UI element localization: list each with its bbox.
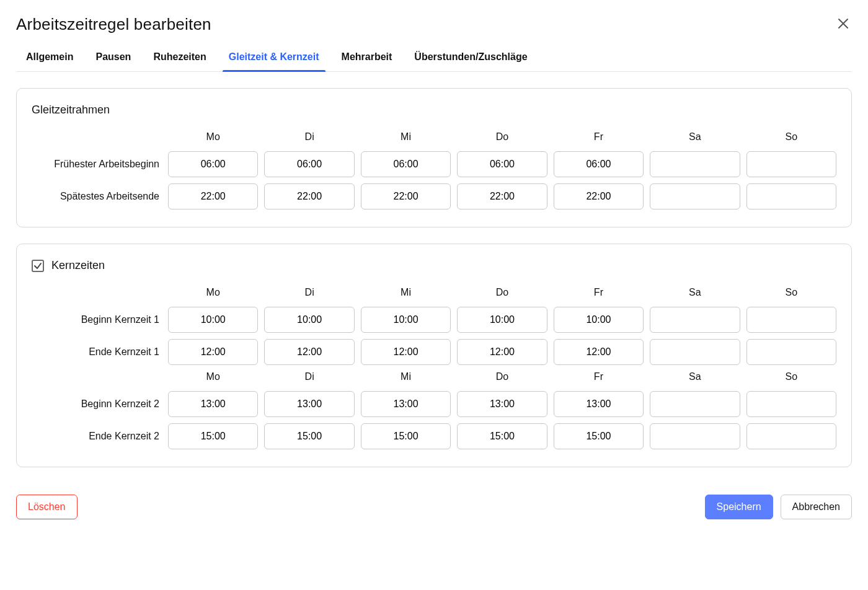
day-header: Di [264,131,354,145]
label-k2-end: Ende Kernzeit 2 [32,431,162,442]
close-icon [837,17,849,30]
day-header: Mi [361,287,451,301]
card-title-kernzeiten: Kernzeiten [51,259,105,272]
label-earliest-start: Frühester Arbeitsbeginn [32,159,162,170]
day-header: So [746,131,836,145]
label-k2-start: Beginn Kernzeit 2 [32,398,162,410]
k1-end-input[interactable] [650,339,740,365]
latest-end-input[interactable] [457,183,547,209]
k2-start-input[interactable] [168,391,258,417]
k1-start-input[interactable] [457,307,547,333]
day-header: Mo [168,371,258,385]
day-header: Do [457,287,547,301]
save-button[interactable]: Speichern [705,495,773,519]
earliest-start-input[interactable] [457,151,547,177]
tab-pausen[interactable]: Pausen [95,51,131,71]
day-header: So [746,371,836,385]
latest-end-input[interactable] [168,183,258,209]
k1-end-input[interactable] [264,339,354,365]
day-header: Fr [554,371,644,385]
label-latest-end: Spätestes Arbeitsende [32,191,162,202]
day-header: Mi [361,371,451,385]
k1-start-input[interactable] [554,307,644,333]
latest-end-input[interactable] [361,183,451,209]
day-header: Sa [650,371,740,385]
k2-end-input[interactable] [650,423,740,449]
k2-end-input[interactable] [457,423,547,449]
cancel-button[interactable]: Abbrechen [781,495,852,519]
day-header: Di [264,371,354,385]
tab-gleitzeit-kernzeit[interactable]: Gleitzeit & Kernzeit [229,51,319,71]
k1-start-input[interactable] [264,307,354,333]
day-header: Mo [168,131,258,145]
earliest-start-input[interactable] [168,151,258,177]
label-k1-end: Ende Kernzeit 1 [32,346,162,358]
k2-start-input[interactable] [264,391,354,417]
card-title-gleitzeit: Gleitzeitrahmen [32,103,110,117]
day-header: Fr [554,287,644,301]
k1-end-input[interactable] [361,339,451,365]
k2-end-input[interactable] [361,423,451,449]
close-button[interactable] [835,15,852,32]
kernzeiten-checkbox[interactable] [32,260,44,272]
tab-allgemein[interactable]: Allgemein [26,51,73,71]
tab-ruhezeiten[interactable]: Ruhezeiten [153,51,206,71]
k2-start-input[interactable] [650,391,740,417]
tab-ueberstunden[interactable]: Überstunden/Zuschläge [414,51,527,71]
earliest-start-input[interactable] [361,151,451,177]
day-header: Mi [361,131,451,145]
k2-start-input[interactable] [457,391,547,417]
delete-button[interactable]: Löschen [16,495,78,519]
k1-end-input[interactable] [554,339,644,365]
k2-end-input[interactable] [554,423,644,449]
k2-start-input[interactable] [361,391,451,417]
latest-end-input[interactable] [554,183,644,209]
k1-start-input[interactable] [746,307,836,333]
k2-end-input[interactable] [746,423,836,449]
day-header: Fr [554,131,644,145]
day-header: So [746,287,836,301]
day-header: Di [264,287,354,301]
k1-start-input[interactable] [168,307,258,333]
latest-end-input[interactable] [650,183,740,209]
k2-start-input[interactable] [554,391,644,417]
day-header: Do [457,131,547,145]
page-title: Arbeitszeitregel bearbeiten [16,15,211,34]
earliest-start-input[interactable] [264,151,354,177]
day-header: Do [457,371,547,385]
tabs: Allgemein Pausen Ruhezeiten Gleitzeit & … [16,51,852,72]
card-kernzeiten: Kernzeiten Mo Di Mi Do Fr Sa So Beginn K… [16,244,852,467]
day-header: Sa [650,131,740,145]
earliest-start-input[interactable] [554,151,644,177]
day-header: Sa [650,287,740,301]
earliest-start-input[interactable] [746,151,836,177]
k1-end-input[interactable] [168,339,258,365]
label-k1-start: Beginn Kernzeit 1 [32,314,162,325]
earliest-start-input[interactable] [650,151,740,177]
k1-end-input[interactable] [746,339,836,365]
day-header: Mo [168,287,258,301]
tab-mehrarbeit[interactable]: Mehrarbeit [342,51,392,71]
k2-start-input[interactable] [746,391,836,417]
card-gleitzeitrahmen: Gleitzeitrahmen Mo Di Mi Do Fr Sa So Frü… [16,88,852,227]
k2-end-input[interactable] [168,423,258,449]
k1-end-input[interactable] [457,339,547,365]
k2-end-input[interactable] [264,423,354,449]
latest-end-input[interactable] [264,183,354,209]
checkmark-icon [33,262,42,270]
k1-start-input[interactable] [650,307,740,333]
latest-end-input[interactable] [746,183,836,209]
k1-start-input[interactable] [361,307,451,333]
